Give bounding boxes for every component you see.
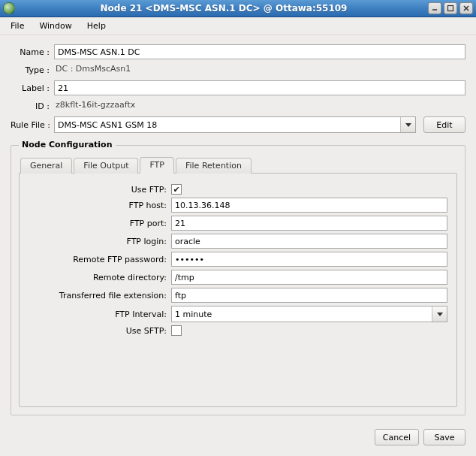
chevron-down-icon xyxy=(432,307,447,322)
row-ftp-login: FTP login: xyxy=(29,234,447,249)
ext-label: Transferred file extension: xyxy=(29,291,171,300)
row-id: ID : z8kflt-16it-gzzaaftx xyxy=(11,98,465,113)
row-label: Label : xyxy=(11,80,465,95)
menu-window[interactable]: Window xyxy=(33,19,77,33)
tab-general[interactable]: General xyxy=(20,158,72,174)
menubar: File Window Help xyxy=(0,17,476,35)
rule-file-value: DMS-MSC ASN1 GSM 18 xyxy=(58,120,157,130)
label-label: Label : xyxy=(11,83,54,93)
tabs: General File Output FTP File Retention xyxy=(19,156,457,173)
id-value: z8kflt-16it-gzzaaftx xyxy=(54,98,465,113)
label-input[interactable] xyxy=(54,80,465,95)
ftp-password-label: Remote FTP password: xyxy=(29,255,171,264)
button-bar: Cancel Save xyxy=(0,421,476,456)
window-title: Node 21 <DMS-MSC ASN.1 DC> @ Ottawa:5510… xyxy=(20,3,428,14)
remote-dir-label: Remote directory: xyxy=(29,273,171,282)
row-ftp-port: FTP port: xyxy=(29,216,447,231)
tab-ftp[interactable]: FTP xyxy=(140,157,174,174)
row-ftp-host: FTP host: xyxy=(29,198,447,213)
save-button[interactable]: Save xyxy=(423,429,465,445)
tab-panel-ftp: Use FTP: FTP host: FTP port: FTP login: xyxy=(19,173,457,407)
ftp-login-input[interactable] xyxy=(171,234,447,249)
remote-dir-input[interactable] xyxy=(171,270,447,285)
window-body: File Window Help Name : Type : DC : DmsM… xyxy=(0,17,476,456)
name-input[interactable] xyxy=(54,44,465,59)
ext-input[interactable] xyxy=(171,288,447,303)
rule-file-select[interactable]: DMS-MSC ASN1 GSM 18 xyxy=(54,116,416,133)
maximize-button[interactable] xyxy=(444,2,457,14)
minimize-button[interactable] xyxy=(428,2,441,14)
ftp-login-label: FTP login: xyxy=(29,237,171,246)
name-label: Name : xyxy=(11,47,54,57)
row-remote-dir: Remote directory: xyxy=(29,270,447,285)
row-rule-file: Rule File : DMS-MSC ASN1 GSM 18 Edit xyxy=(11,116,465,133)
svg-rect-1 xyxy=(448,6,453,11)
window-buttons xyxy=(428,2,473,14)
close-icon xyxy=(462,5,470,12)
interval-label: FTP Interval: xyxy=(29,310,171,319)
maximize-icon xyxy=(447,5,454,12)
close-button[interactable] xyxy=(459,2,473,14)
type-label: Type : xyxy=(11,65,54,75)
tab-file-output[interactable]: File Output xyxy=(74,158,138,174)
row-name: Name : xyxy=(11,44,465,59)
row-use-ftp: Use FTP: xyxy=(29,184,447,195)
titlebar: Node 21 <DMS-MSC ASN.1 DC> @ Ottawa:5510… xyxy=(0,0,476,17)
menu-help[interactable]: Help xyxy=(81,19,112,33)
chevron-down-icon xyxy=(400,117,415,132)
ftp-password-input[interactable] xyxy=(171,252,447,267)
row-type: Type : DC : DmsMscAsn1 xyxy=(11,62,465,77)
content: Name : Type : DC : DmsMscAsn1 Label : ID… xyxy=(0,35,476,421)
fieldset-legend: Node Configuration xyxy=(19,140,116,149)
rule-file-label: Rule File : xyxy=(11,120,54,130)
edit-button[interactable]: Edit xyxy=(423,116,465,133)
ftp-port-label: FTP port: xyxy=(29,219,171,228)
use-ftp-checkbox[interactable] xyxy=(171,184,182,195)
tab-file-retention[interactable]: File Retention xyxy=(176,158,252,174)
interval-value: 1 minute xyxy=(175,310,212,319)
use-sftp-checkbox[interactable] xyxy=(171,325,182,336)
row-ext: Transferred file extension: xyxy=(29,288,447,303)
app-icon xyxy=(3,2,15,14)
type-value: DC : DmsMscAsn1 xyxy=(54,62,465,77)
ftp-port-input[interactable] xyxy=(171,216,447,231)
node-configuration-fieldset: Node Configuration General File Output F… xyxy=(11,145,465,415)
ftp-host-input[interactable] xyxy=(171,198,447,213)
interval-select[interactable]: 1 minute xyxy=(171,306,447,322)
use-sftp-label: Use SFTP: xyxy=(29,326,171,336)
minimize-icon xyxy=(431,5,438,12)
use-ftp-label: Use FTP: xyxy=(29,185,171,195)
id-label: ID : xyxy=(11,101,54,111)
cancel-button[interactable]: Cancel xyxy=(375,429,419,445)
row-interval: FTP Interval: 1 minute xyxy=(29,306,447,322)
ftp-host-label: FTP host: xyxy=(29,201,171,210)
row-use-sftp: Use SFTP: xyxy=(29,325,447,336)
menu-file[interactable]: File xyxy=(5,19,30,33)
row-ftp-password: Remote FTP password: xyxy=(29,252,447,267)
